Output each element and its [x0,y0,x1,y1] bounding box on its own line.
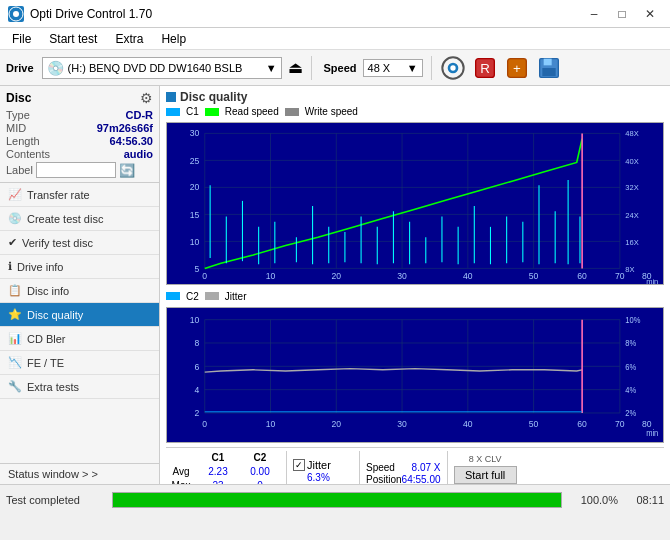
disc-mid-value: 97m26s66f [97,122,153,134]
disc-contents-label: Contents [6,148,50,160]
c2-legend-label: C2 [186,291,199,302]
status-window-label: Status window > > [8,468,98,480]
svg-rect-74 [167,308,663,442]
drive-value: (H:) BENQ DVD DD DW1640 BSLB [68,62,262,74]
menu-file[interactable]: File [4,30,39,48]
svg-text:20: 20 [331,419,341,429]
drive-icon: 💿 [47,60,64,76]
title-bar: Opti Drive Control 1.70 – □ ✕ [0,0,670,28]
svg-text:2%: 2% [625,409,636,418]
drive-info-label: Drive info [17,261,63,273]
disc-quality-icon: ⭐ [8,308,22,321]
nav-verify-test-disc[interactable]: ✔ Verify test disc [0,231,159,255]
progress-label: 100.0% [568,494,618,506]
disc-contents-value: audio [124,148,153,160]
c1-header: C1 [198,451,238,465]
speed-select[interactable]: 48 X ▼ [363,59,423,77]
extra-tests-label: Extra tests [27,381,79,393]
disc-quality-label: Disc quality [27,309,83,321]
verify-test-disc-icon: ✔ [8,236,17,249]
svg-text:R: R [480,61,490,76]
top-chart-legend: C1 Read speed Write speed [166,106,664,117]
toolbar-separator [311,56,312,80]
toolbar-btn-2[interactable]: R [472,55,498,81]
stats-speed-col: Speed 8.07 X Position 64:55.00 Samples 3… [366,462,441,484]
c2-header: C2 [240,451,280,465]
nav-drive-info[interactable]: ℹ Drive info [0,255,159,279]
svg-text:30: 30 [190,129,200,139]
disc-label-input[interactable] [36,162,116,178]
create-test-disc-icon: 💿 [8,212,22,225]
write-speed-legend-color [285,108,299,116]
stats-jitter-col: ✓ Jitter 6.3% 7.1% [293,459,353,484]
minimize-button[interactable]: – [582,4,606,24]
refresh-icon[interactable]: 🔄 [119,163,135,178]
menu-help[interactable]: Help [153,30,194,48]
close-button[interactable]: ✕ [638,4,662,24]
toolbar-btn-1[interactable] [440,55,466,81]
drive-info-icon: ℹ [8,260,12,273]
svg-text:10: 10 [266,271,276,281]
svg-point-4 [450,65,455,70]
position-value: 64:55.00 [402,474,441,484]
status-window-toggle[interactable]: Status window > > [0,463,159,484]
disc-settings-icon[interactable]: ⚙ [140,90,153,106]
fe-te-label: FE / TE [27,357,64,369]
nav-transfer-rate[interactable]: 📈 Transfer rate [0,183,159,207]
nav-disc-quality[interactable]: ⭐ Disc quality [0,303,159,327]
svg-text:20: 20 [190,183,200,193]
svg-text:40X: 40X [625,157,638,166]
nav-create-test-disc[interactable]: 💿 Create test disc [0,207,159,231]
toolbar-separator-2 [431,56,432,80]
c2-legend-color [166,292,180,300]
svg-text:10: 10 [190,315,200,325]
drive-label: Drive [6,62,34,74]
stats-bar: Avg Max Total C1 2.23 23 8685 C2 0.00 0 … [166,447,664,484]
svg-text:+: + [513,61,521,76]
svg-text:0: 0 [202,271,207,281]
maximize-button[interactable]: □ [610,4,634,24]
svg-text:min: min [646,429,658,438]
drive-dropdown-icon: ▼ [266,62,277,74]
jitter-legend-label: Jitter [225,291,247,302]
toolbar-btn-save[interactable] [536,55,562,81]
progress-bar-fill [113,493,561,507]
disc-header: Disc ⚙ [6,90,153,106]
cd-bler-icon: 📊 [8,332,22,345]
menu-extra[interactable]: Extra [107,30,151,48]
start-full-button[interactable]: Start full [454,466,517,484]
nav-extra-tests[interactable]: 🔧 Extra tests [0,375,159,399]
svg-text:40: 40 [463,419,473,429]
drive-select[interactable]: 💿 (H:) BENQ DVD DD DW1640 BSLB ▼ [42,57,282,79]
nav-cd-bler[interactable]: 📊 CD Bler [0,327,159,351]
jitter-checkbox[interactable]: ✓ [293,459,305,471]
app-icon [8,6,24,22]
stats-divider-3 [447,451,448,484]
c1-legend-label: C1 [186,106,199,117]
chart-title-indicator [166,92,176,102]
svg-text:30: 30 [397,271,407,281]
menu-bar: File Start test Extra Help [0,28,670,50]
stats-c2-col: C2 0.00 0 0 [240,451,280,484]
chart-title-text: Disc quality [180,90,247,104]
jitter-check[interactable]: ✓ Jitter [293,459,353,471]
menu-start-test[interactable]: Start test [41,30,105,48]
disc-type-value: CD-R [126,109,154,121]
speed-value: 48 X [368,62,403,74]
svg-text:20: 20 [331,271,341,281]
stats-divider-1 [286,451,287,484]
svg-text:40: 40 [463,271,473,281]
extra-tests-icon: 🔧 [8,380,22,393]
nav-fe-te[interactable]: 📉 FE / TE [0,351,159,375]
right-panel: Disc quality C1 Read speed Write speed [160,86,670,484]
progress-bar [112,492,562,508]
nav-items: 📈 Transfer rate 💿 Create test disc ✔ Ver… [0,183,159,463]
eject-icon-btn[interactable]: ⏏ [288,58,303,77]
toolbar-btn-3[interactable]: + [504,55,530,81]
svg-text:2: 2 [195,408,200,418]
c1-max: 23 [198,479,238,484]
disc-contents-row: Contents audio [6,148,153,160]
nav-disc-info[interactable]: 📋 Disc info [0,279,159,303]
jitter-label: Jitter [307,459,331,471]
app-title: Opti Drive Control 1.70 [30,7,152,21]
